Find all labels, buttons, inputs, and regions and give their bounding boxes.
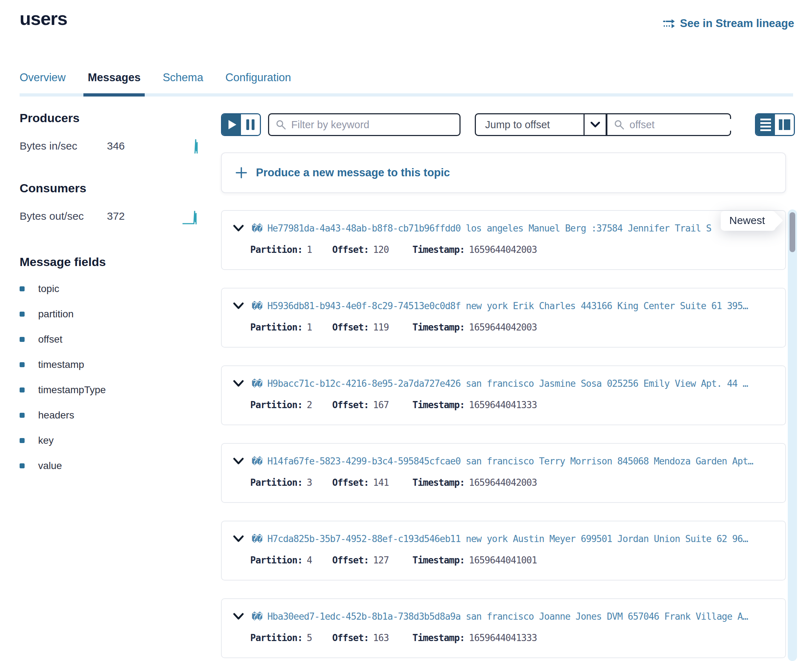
- messages-scrollbar-track[interactable]: [788, 209, 797, 661]
- producers-sparkline: [192, 138, 199, 154]
- stream-lineage-link[interactable]: See in Stream lineage: [663, 17, 794, 30]
- lineage-arrows-icon: [663, 18, 676, 29]
- bytes-in-value: 346: [107, 140, 153, 152]
- partition-value: 1: [307, 322, 312, 333]
- tab-bar: Overview Messages Schema Configuration: [19, 71, 793, 96]
- expand-chevron-icon[interactable]: [233, 380, 244, 387]
- field-item-key[interactable]: key: [19, 428, 208, 453]
- field-bullet-icon: [19, 438, 25, 443]
- timestamp-value: 1659644042003: [469, 244, 537, 255]
- tab-messages[interactable]: Messages: [88, 71, 141, 84]
- filter-input[interactable]: [291, 119, 453, 131]
- bytes-in-metric: Bytes in/sec 346: [19, 140, 208, 154]
- newest-tooltip-label: Newest: [729, 214, 765, 226]
- search-icon: [275, 119, 286, 130]
- field-bullet-icon: [19, 413, 25, 418]
- field-bullet-icon: [19, 337, 25, 342]
- offset-label: Offset:: [332, 632, 369, 643]
- page-title: users: [19, 8, 67, 29]
- partition-value: 1: [307, 244, 312, 255]
- offset-label: Offset:: [332, 244, 369, 255]
- jump-to-offset-select[interactable]: Jump to offset: [475, 113, 607, 136]
- offset-value: 127: [373, 555, 389, 565]
- field-label: topic: [38, 283, 59, 295]
- field-label: value: [38, 460, 62, 471]
- expand-chevron-icon[interactable]: [233, 302, 244, 310]
- tab-overview[interactable]: Overview: [19, 71, 66, 84]
- message-row[interactable]: �� H9bacc71c-b12c-4216-8e95-2a7da727e426…: [221, 366, 786, 425]
- offset-value: 163: [373, 632, 389, 643]
- partition-value: 4: [307, 555, 312, 565]
- message-fields-list: topic partition offset timestamp timesta…: [19, 276, 208, 478]
- list-view-button[interactable]: [756, 114, 775, 135]
- newest-tooltip: Newest: [721, 211, 776, 231]
- message-list: �� He77981da-4a43-48ab-b8f8-cb71b96ffdd0…: [221, 210, 786, 658]
- field-bullet-icon: [19, 463, 25, 468]
- tab-configuration[interactable]: Configuration: [225, 71, 291, 84]
- field-label: timestampType: [38, 384, 106, 396]
- timestamp-label: Timestamp:: [412, 477, 465, 488]
- keyword-filter: [268, 113, 461, 136]
- offset-label: Offset:: [332, 477, 369, 488]
- partition-value: 2: [307, 399, 312, 410]
- bytes-out-value: 372: [107, 210, 153, 222]
- bytes-in-label: Bytes in/sec: [19, 140, 107, 152]
- field-item-offset[interactable]: offset: [19, 327, 208, 352]
- timestamp-value: 1659644041001: [469, 555, 537, 565]
- pause-button[interactable]: [241, 114, 260, 135]
- offset-input[interactable]: [629, 119, 764, 131]
- expand-chevron-icon[interactable]: [233, 458, 244, 465]
- split-view-button[interactable]: [775, 114, 794, 135]
- message-key-value: �� H7cda825b-35b7-4952-88ef-c193d546eb11…: [251, 533, 748, 544]
- partition-label: Partition:: [250, 477, 303, 488]
- expand-chevron-icon[interactable]: [233, 225, 244, 232]
- message-row[interactable]: �� Hba30eed7-1edc-452b-8b1a-738d3b5d8a9a…: [221, 598, 786, 658]
- partition-label: Partition:: [250, 632, 303, 643]
- play-icon: [229, 120, 236, 129]
- offset-value: 119: [373, 322, 389, 333]
- message-row[interactable]: �� He77981da-4a43-48ab-b8f8-cb71b96ffdd0…: [221, 210, 786, 270]
- timestamp-value: 1659644041333: [469, 632, 537, 643]
- field-item-partition[interactable]: partition: [19, 301, 208, 327]
- field-item-value[interactable]: value: [19, 453, 208, 478]
- partition-value: 3: [307, 477, 312, 488]
- offset-value: 167: [373, 399, 389, 410]
- field-item-timestampType[interactable]: timestampType: [19, 377, 208, 402]
- messages-scrollbar-thumb[interactable]: [790, 212, 795, 252]
- timestamp-label: Timestamp:: [412, 555, 465, 565]
- expand-chevron-icon[interactable]: [233, 613, 244, 620]
- consumers-heading: Consumers: [19, 181, 208, 195]
- field-label: headers: [38, 410, 74, 421]
- play-button[interactable]: [222, 114, 241, 135]
- topic-messages-page: users See in Stream lineage Overview Mes…: [0, 0, 812, 661]
- offset-value: 120: [373, 244, 389, 255]
- field-bullet-icon: [19, 388, 25, 393]
- field-label: timestamp: [38, 359, 84, 370]
- partition-label: Partition:: [250, 322, 303, 333]
- consumers-sparkline: [182, 208, 199, 225]
- offset-value: 141: [373, 477, 389, 488]
- message-key-value: �� He77981da-4a43-48ab-b8f8-cb71b96ffdd0…: [251, 223, 711, 234]
- message-row[interactable]: �� H5936db81-b943-4e0f-8c29-74513e0c0d8f…: [221, 288, 786, 348]
- timestamp-value: 1659644042003: [469, 322, 537, 333]
- message-key-value: �� Hba30eed7-1edc-452b-8b1a-738d3b5d8a9a…: [251, 611, 748, 622]
- tab-schema[interactable]: Schema: [163, 71, 203, 84]
- messages-panel: Jump to offset: [221, 113, 795, 661]
- timestamp-label: Timestamp:: [412, 399, 465, 410]
- field-label: partition: [38, 308, 74, 320]
- field-item-headers[interactable]: headers: [19, 402, 208, 428]
- message-row[interactable]: �� H14fa67fe-5823-4299-b3c4-595845cfcae0…: [221, 443, 786, 503]
- field-item-topic[interactable]: topic: [19, 276, 208, 301]
- timestamp-label: Timestamp:: [412, 244, 465, 255]
- partition-label: Partition:: [250, 399, 303, 410]
- offset-label: Offset:: [332, 555, 369, 565]
- field-bullet-icon: [19, 311, 25, 317]
- message-row[interactable]: �� H7cda825b-35b7-4952-88ef-c193d546eb11…: [221, 520, 786, 581]
- topic-stats-sidebar: Producers Bytes in/sec 346 Consumers Byt…: [19, 111, 208, 478]
- field-item-timestamp[interactable]: timestamp: [19, 352, 208, 377]
- split-view-icon: [779, 119, 790, 130]
- expand-chevron-icon[interactable]: [233, 535, 244, 543]
- jump-select-value: Jump to offset: [476, 119, 583, 131]
- produce-message-button[interactable]: Produce a new message to this topic: [221, 152, 786, 193]
- pause-icon: [246, 119, 255, 130]
